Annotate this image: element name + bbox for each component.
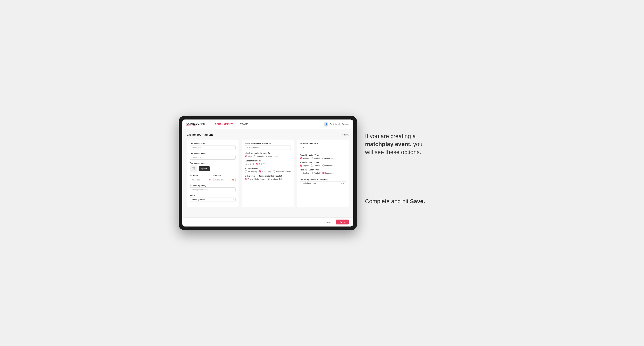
image-icon [192,167,195,170]
gender-radio-group: Mens Womens Combined [245,155,291,157]
round-option-2[interactable]: 2 [250,163,254,165]
tournament-name-input[interactable] [190,155,236,160]
page-title: Create Tournament [187,133,213,136]
round2-option-fourball[interactable]: Fourball [311,165,320,167]
teams-label-individuals: Individuals Only [270,178,282,180]
round-option-4[interactable]: 4 [261,163,265,165]
scoring-option-medal[interactable]: Medal Match Play [273,170,291,173]
round1-label-singles: Singles [303,157,309,159]
round-option-3[interactable]: 3 [256,163,260,165]
signout-link[interactable]: Sign out [342,123,349,125]
divider-1 [297,152,349,152]
gender-radio-mens[interactable] [245,155,247,157]
cancel-button[interactable]: Cancel [322,219,334,224]
gender-label-womens: Womens [257,155,264,157]
gender-option-combined[interactable]: Combined [266,155,278,157]
round3-option-foursomes[interactable]: Foursomes [322,172,334,174]
start-date-group: Start date 📅 [190,175,212,182]
max-team-size-label: Maximum Team Size [300,142,346,145]
round2-radio-foursomes[interactable] [322,165,324,167]
scoring-label-medal: Medal Match Play [276,171,291,173]
teams-option-teams[interactable]: Teams (+Individuals) [245,178,264,180]
scoring-label-match: Match Play [262,171,271,173]
gender-radio-combined[interactable] [266,155,268,157]
user-label: Test User | [330,123,340,125]
division-label: Which division is the event for? [245,142,291,145]
scoring-radio-stroke[interactable] [245,170,247,173]
svg-point-1 [192,168,193,169]
date-row: Start date 📅 End date [190,175,236,182]
tab-tournaments[interactable]: TOURNAMENTS [212,120,237,129]
gender-option-mens[interactable]: Mens [245,155,252,157]
scoring-option-match[interactable]: Match Play [259,170,271,173]
api-clear-icon[interactable]: ✕ [340,182,342,184]
middle-column: Which division is the event for? NCAA Di… [242,140,294,207]
gender-label-mens: Mens [248,155,252,157]
upload-button[interactable]: Upload [199,166,210,171]
scoring-label-stroke: Stroke Play [248,171,257,173]
rounds-label: Number of rounds [245,160,291,162]
round2-radio-singles[interactable] [300,165,302,167]
teams-option-individuals[interactable]: Individuals Only [266,178,282,180]
round1-label: Round 1 - Match Type [300,154,346,156]
round1-label-foursomes: Foursomes [325,157,334,159]
scoring-radio-medal[interactable] [273,170,276,173]
save-button[interactable]: Save [336,219,349,224]
round2-label-foursomes: Foursomes [325,165,334,167]
round3-option-singles[interactable]: Singles [300,172,309,174]
round1-option-fourball[interactable]: Fourball [311,157,320,159]
round2-option-foursomes[interactable]: Foursomes [322,165,334,167]
round1-radio-singles[interactable] [300,157,302,159]
teams-radio-individuals[interactable] [266,178,269,180]
modal-footer: Cancel Save [182,217,353,226]
api-chevron-icon: ▾ [343,182,344,184]
round1-option-singles[interactable]: Singles [300,157,309,159]
round2-option-singles[interactable]: Singles [300,165,309,167]
round1-option-foursomes[interactable]: Foursomes [322,157,334,159]
gender-radio-womens[interactable] [254,155,256,157]
tab-teams[interactable]: TEAMS [237,120,252,129]
page-header: Create Tournament ‹ Back [187,133,349,136]
tournament-host-input[interactable] [190,145,236,150]
teams-radio-group: Teams (+Individuals) Individuals Only [245,178,291,180]
teams-group: Is this event for Teams and/or Individua… [245,175,291,180]
round-radio-2[interactable] [250,163,252,165]
scoring-option-stroke[interactable]: Stroke Play [245,170,257,173]
sponsor-input[interactable] [190,187,236,192]
round2-radio-fourball[interactable] [311,165,313,167]
round3-radio-foursomes[interactable] [322,172,324,174]
round3-options: Singles Fourball Foursomes [300,172,346,174]
venue-group: Venue Search golf club ▾ [190,194,236,202]
division-select[interactable]: NCAA Division I NCAA Division II NCAA Di… [245,145,291,150]
round-label-4: 4 [264,163,265,165]
round-option-1[interactable]: 1 [245,163,248,165]
tournament-logo-group: Tournament logo Upload [190,162,236,172]
round3-option-fourball[interactable]: Fourball [311,172,320,174]
round-radio-3[interactable] [256,163,258,165]
round-radio-1[interactable] [245,163,247,165]
gender-label: Which gender is the event for? [245,152,291,154]
scoring-label: Scoring system [245,167,291,170]
round-radio-4[interactable] [261,163,264,165]
venue-select[interactable]: Search golf club [190,197,236,202]
app-logo: SCOREBOARD Powered by clippit [186,123,205,126]
round1-match-type: Round 1 - Match Type Singles Fourball [300,154,346,159]
annotation-1: If you are creating a matchplay event, y… [365,132,431,156]
round2-label-fourball: Fourball [314,165,320,167]
scoring-radio-match[interactable] [259,170,261,173]
round3-radio-singles[interactable] [300,172,302,174]
teams-radio-teams[interactable] [245,178,247,180]
round2-match-type: Round 2 - Match Type Singles Fourball [300,162,346,167]
max-team-size-input[interactable] [300,146,310,149]
round3-radio-fourball[interactable] [311,172,313,174]
nav-tabs: TOURNAMENTS TEAMS [212,120,252,129]
round1-radio-foursomes[interactable] [322,157,324,159]
round2-label-singles: Singles [303,165,309,167]
gender-option-womens[interactable]: Womens [254,155,264,157]
round3-label-singles: Singles [303,172,309,174]
end-date-label: End date [214,175,236,177]
api-select-wrapper[interactable]: Leaderboard King ✕ ▾ [300,181,346,185]
round1-radio-fourball[interactable] [311,157,313,159]
back-link[interactable]: ‹ Back [342,133,348,136]
sponsor-group: Sponsor (optional) [190,184,236,192]
